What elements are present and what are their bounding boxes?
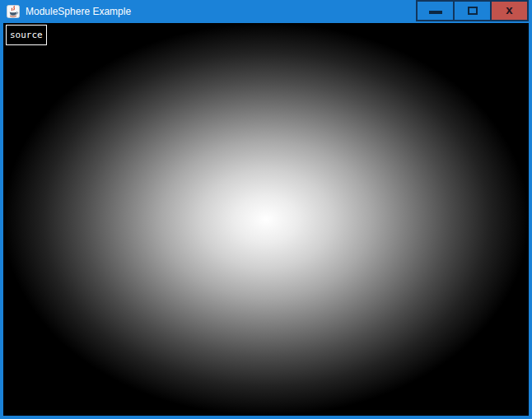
- close-icon: x: [506, 2, 512, 18]
- application-window: ModuleSphere Example x source: [0, 0, 532, 419]
- minimize-icon: [429, 11, 442, 14]
- maximize-icon: [468, 7, 478, 15]
- close-button[interactable]: x: [490, 0, 529, 21]
- window-title: ModuleSphere Example: [26, 0, 131, 23]
- sphere-gradient-canvas: [3, 23, 529, 416]
- titlebar[interactable]: ModuleSphere Example x: [0, 0, 532, 23]
- java-coffee-cup-icon: [7, 5, 20, 18]
- maximize-button[interactable]: [453, 0, 492, 21]
- window-controls: x: [416, 0, 529, 21]
- content-area: source: [3, 23, 529, 416]
- source-button[interactable]: source: [6, 25, 47, 45]
- minimize-button[interactable]: [416, 0, 455, 21]
